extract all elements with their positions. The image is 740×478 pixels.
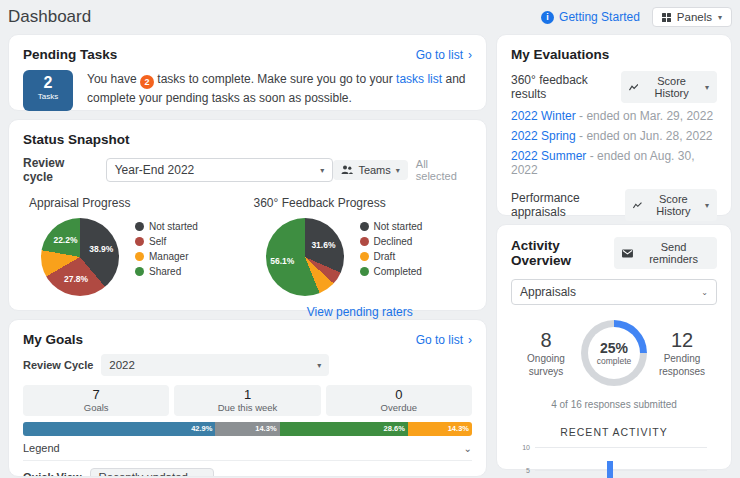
panels-label: Panels — [677, 11, 712, 23]
my-goals-title: My Goals — [23, 332, 83, 347]
review-cycle-select[interactable]: Year-End 2022 ▾ — [106, 158, 334, 182]
goals-review-cycle-label: Review Cycle — [23, 359, 93, 371]
my-evaluations-title: My Evaluations — [511, 47, 609, 62]
info-icon: i — [541, 11, 554, 24]
chevron-down-icon: ▾ — [705, 83, 709, 92]
goals-distribution-bar: 42.9%14.3%28.6%14.3% — [23, 422, 472, 436]
chevron-down-icon: ▾ — [396, 166, 400, 175]
legend-dot — [135, 267, 144, 276]
chevron-down-icon: ⌄ — [198, 473, 205, 478]
feedback-results-label: 360° feedback results — [511, 73, 613, 101]
view-pending-raters-link[interactable]: View pending raters — [248, 305, 473, 319]
chevron-down-icon: ▾ — [705, 201, 709, 210]
legend-dot — [135, 222, 144, 231]
responses-note: 4 of 16 responses submitted — [511, 399, 717, 410]
y-tick-label: 10 — [522, 444, 530, 451]
grid-icon — [662, 13, 671, 22]
legend-dot — [360, 222, 369, 231]
activity-overview-panel: Activity Overview Send reminders Apprais… — [496, 224, 732, 470]
gridline: 5 — [535, 470, 707, 471]
legend-item: Not started — [135, 221, 198, 232]
chevron-down-icon: ⌄ — [701, 288, 708, 297]
pie-slice-label: 31.6% — [311, 240, 335, 250]
pending-tasks-title: Pending Tasks — [23, 47, 117, 62]
goals-count-stat: 7 Goals — [23, 385, 169, 416]
legend-item: Shared — [135, 266, 198, 277]
goals-review-cycle-select[interactable]: 2022 ▾ — [101, 354, 329, 376]
tasks-list-link[interactable]: tasks list — [396, 72, 442, 86]
appraisal-progress-pie: 38.9%27.8%22.2% — [41, 218, 119, 296]
evaluation-item: 2022 Summer - ended on Aug. 30, 2022 — [511, 149, 717, 177]
appraisal-progress-legend: Not startedSelfManagerShared — [135, 221, 198, 281]
chevron-down-icon: ▾ — [320, 166, 324, 175]
quick-view-label: Quick View — [23, 471, 82, 477]
evaluation-link[interactable]: 2022 Winter — [511, 109, 576, 123]
pending-tasks-go-to-list-link[interactable]: Go to list › — [416, 48, 472, 62]
chevron-right-icon: › — [468, 48, 472, 62]
completion-donut: 25% complete — [581, 320, 647, 386]
feedback-progress-pie: 31.6%56.1% — [266, 218, 344, 296]
feedback-score-history-button[interactable]: Score History ▾ — [621, 71, 717, 103]
distribution-segment: 42.9% — [23, 422, 215, 436]
distribution-segment: 14.3% — [215, 422, 279, 436]
task-count-badge: 2 — [140, 75, 154, 89]
ongoing-surveys-stat: 8 Ongoing surveys — [515, 329, 577, 378]
activity-type-select[interactable]: Appraisals ⌄ — [511, 279, 717, 305]
pending-tasks-panel: Pending Tasks Go to list › 2 Tasks You h… — [8, 34, 487, 111]
due-this-week-stat: 1 Due this week — [174, 385, 320, 416]
activity-overview-title: Activity Overview — [511, 238, 614, 268]
legend-dot — [360, 252, 369, 261]
chevron-down-icon: ▾ — [317, 361, 321, 370]
legend-dot — [360, 267, 369, 276]
evaluation-item: 2022 Winter - ended on Mar. 29, 2022 — [511, 109, 717, 123]
legend-item: Completed — [360, 266, 423, 277]
pie-slice-label: 56.1% — [270, 256, 294, 266]
appraisal-progress-chart-title: Appraisal Progress — [29, 196, 248, 210]
page-header: Dashboard i Getting Started Panels ▾ — [8, 6, 732, 28]
teams-filter-button[interactable]: Teams ▾ — [333, 160, 407, 180]
legend-collapse-chevron-icon[interactable]: ⌄ — [464, 443, 472, 454]
quick-view-select[interactable]: Recently updated ⌄ — [90, 468, 214, 477]
pie-slice-label: 27.8% — [64, 274, 88, 284]
goal-stats-row: 7 Goals 1 Due this week 0 Overdue — [23, 385, 472, 416]
legend-item: Not started — [360, 221, 423, 232]
getting-started-link[interactable]: i Getting Started — [541, 10, 640, 24]
y-tick-label: 5 — [526, 467, 530, 474]
appraisal-progress-chart: Appraisal Progress 38.9%27.8%22.2% Not s… — [23, 196, 248, 319]
tasks-count-tile[interactable]: 2 Tasks — [23, 70, 73, 111]
line-chart-icon — [629, 83, 638, 92]
legend-item: Draft — [360, 251, 423, 262]
gridline: 10 — [535, 447, 707, 448]
distribution-segment: 14.3% — [408, 422, 472, 436]
appraisal-score-history-button[interactable]: Score History ▾ — [625, 189, 717, 221]
recent-activity-chart: 1050 — [535, 448, 707, 478]
legend-dot — [135, 237, 144, 246]
send-reminders-button[interactable]: Send reminders — [614, 237, 717, 269]
performance-appraisals-label: Performance appraisals — [511, 191, 617, 219]
page-title: Dashboard — [8, 7, 91, 27]
pending-tasks-message: You have 2 tasks to complete. Make sure … — [87, 70, 472, 108]
feedback-progress-chart: 360° Feedback Progress 31.6%56.1% Not st… — [248, 196, 473, 319]
review-cycle-label: Review cycle — [23, 156, 98, 184]
pie-slice-label: 38.9% — [89, 244, 113, 254]
getting-started-label: Getting Started — [559, 10, 640, 24]
tasks-count-label: Tasks — [23, 92, 73, 101]
pie-slice-label: 22.2% — [53, 235, 77, 245]
legend-item: Declined — [360, 236, 423, 247]
evaluation-link[interactable]: 2022 Summer — [511, 149, 586, 163]
tasks-count: 2 — [23, 74, 73, 92]
status-snapshot-title: Status Snapshot — [23, 132, 130, 147]
evaluation-item: 2022 Spring - ended on Jun. 28, 2022 — [511, 129, 717, 143]
teams-all-selected-text: All selected — [416, 158, 472, 182]
pending-responses-stat: 12 Pending responses — [651, 329, 713, 378]
feedback-progress-legend: Not startedDeclinedDraftCompleted — [360, 221, 423, 281]
evaluation-link[interactable]: 2022 Spring — [511, 129, 576, 143]
people-icon — [341, 165, 353, 175]
legend-dot — [360, 237, 369, 246]
recent-activity-title: RECENT ACTIVITY — [511, 426, 717, 438]
panels-button[interactable]: Panels ▾ — [652, 7, 732, 27]
my-goals-go-to-list-link[interactable]: Go to list › — [416, 333, 472, 347]
my-goals-panel: My Goals Go to list › Review Cycle 2022 … — [8, 319, 487, 477]
distribution-segment: 28.6% — [280, 422, 408, 436]
envelope-icon — [622, 249, 633, 258]
